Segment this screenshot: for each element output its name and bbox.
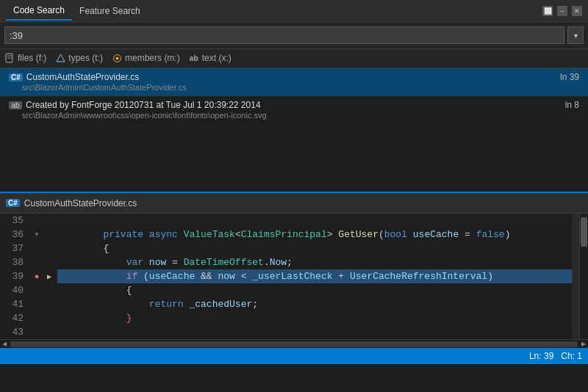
line-num-35: 35 [7,214,24,228]
title-bar: Code Search Feature Search ⬜ – ✕ [0,0,588,22]
result-filename-2: Created by FontForge 20120731 at Tue Jul… [26,100,261,110]
arrow-38 [44,255,54,269]
editor-title-bar: C# CustomAuthStateProvider.cs [0,193,588,214]
status-bar: Ln: 39 Ch: 1 [0,348,588,364]
arrow-gutter: ▶ [44,214,54,339]
search-area: ▾ [0,22,588,49]
tab-feature-search[interactable]: Feature Search [72,2,148,20]
text-badge-2: ab [9,101,22,109]
gutter-39-breakpoint[interactable]: ● [29,269,44,283]
horizontal-scrollbar-track[interactable] [10,341,578,347]
line-num-43: 43 [7,325,24,339]
arrow-36 [44,228,54,242]
status-ln: Ln: 39 [529,351,553,361]
result-filename-1: CustomAuthStateProvider.cs [26,72,139,82]
editor-filename: CustomAuthStateProvider.cs [24,198,137,208]
code-gutter: ▼ ● [29,214,44,339]
result-item-1[interactable]: C# CustomAuthStateProvider.cs ln 39 src\… [0,68,588,96]
code-line-43 [57,325,572,339]
scrollbar-track[interactable] [580,214,588,339]
result-path-1: src\BlazorAdmin\CustomAuthStateProvider.… [4,83,584,95]
gutter-38 [29,255,44,269]
status-right: Ln: 39 Ch: 1 [529,351,582,361]
line-num-41: 41 [7,297,24,311]
result-header-2: ab Created by FontForge 20120731 at Tue … [4,98,584,111]
filter-tab-types-label: types (t:) [68,53,103,63]
filter-tab-members-label: members (m:) [125,53,180,63]
window-controls: ⬜ – ✕ [542,6,582,16]
code-line-39: if ( useCache && now < _userLastCheck + … [57,269,572,283]
arrow-37 [44,242,54,255]
bottom-scrollbar: ◀ ▶ [0,339,588,348]
member-icon [112,53,122,63]
arrow-43 [44,325,54,339]
filter-tabs: files (f:) types (t:) members (m:) ab te… [0,49,588,68]
filter-tab-files-label: files (f:) [18,53,46,63]
svg-marker-3 [57,54,65,62]
editor-cs-badge: C# [6,199,20,207]
arrow-39: ▶ [44,269,54,283]
code-line-41: return _cachedUser ; [57,297,572,311]
cs-badge-1: C# [9,73,23,81]
minimap [572,214,579,339]
tab-code-search[interactable]: Code Search [6,1,72,21]
code-line-35 [57,214,572,228]
results-container: C# CustomAuthStateProvider.cs ln 39 src\… [0,68,588,193]
arrow-41 [44,297,54,311]
right-scrollbar[interactable] [579,214,588,339]
close-button[interactable]: ✕ [572,6,582,16]
line-num-38: 38 [7,255,24,269]
line-num-37: 37 [7,242,24,255]
scrollbar-thumb[interactable] [581,217,587,247]
search-dropdown-button[interactable]: ▾ [567,26,584,44]
editor-section: C# CustomAuthStateProvider.cs 35 36 37 3… [0,193,588,348]
result-item-2[interactable]: ab Created by FontForge 20120731 at Tue … [0,96,588,124]
filter-tab-text-label: text (x:) [202,53,232,63]
gutter-43 [29,325,44,339]
code-line-37: { [57,242,572,255]
filter-tab-members[interactable]: members (m:) [112,51,180,65]
type-icon [55,53,65,63]
result-header-1: C# CustomAuthStateProvider.cs ln 39 [4,70,584,83]
gutter-40 [29,283,44,297]
code-line-36: private async ValueTask < ClaimsPrincipa… [57,228,572,242]
gutter-36[interactable]: ▼ [29,228,44,242]
scroll-left-button[interactable]: ◀ [0,340,9,349]
arrow-35 [44,214,54,228]
gutter-35 [29,214,44,228]
result-line-1: ln 39 [560,72,579,82]
status-col: Ch: 1 [561,351,582,361]
gutter-37 [29,242,44,255]
result-path-2: src\BlazorAdmin\wwwroot\css\open-iconic\… [4,111,584,123]
gutter-42 [29,311,44,325]
code-line-38: var now = DateTimeOffset . Now ; [57,255,572,269]
code-line-42: } [57,311,572,325]
result-line-2: ln 8 [565,100,579,110]
filter-tab-files[interactable]: files (f:) [4,51,46,65]
arrow-42 [44,311,54,325]
gutter-41 [29,297,44,311]
code-editor-lines[interactable]: private async ValueTask < ClaimsPrincipa… [54,214,572,339]
filter-tab-text[interactable]: ab text (x:) [189,51,232,65]
scroll-right-button[interactable]: ▶ [579,340,588,349]
text-icon: ab [189,53,199,63]
restore-button[interactable]: ⬜ [542,6,553,16]
line-numbers: 35 36 37 38 39 40 41 42 43 [0,214,29,339]
file-icon [4,53,15,63]
code-area[interactable]: 35 36 37 38 39 40 41 42 43 ▼ ● [0,214,588,339]
line-num-39: 39 [7,269,24,283]
code-line-40: { [57,283,572,297]
line-num-40: 40 [7,283,24,297]
line-num-36: 36 [7,228,24,242]
svg-point-5 [115,57,118,59]
filter-tab-types[interactable]: types (t:) [55,51,103,65]
arrow-40 [44,283,54,297]
search-input[interactable] [4,26,564,44]
line-num-42: 42 [7,311,24,325]
minimize-button[interactable]: – [557,6,567,16]
